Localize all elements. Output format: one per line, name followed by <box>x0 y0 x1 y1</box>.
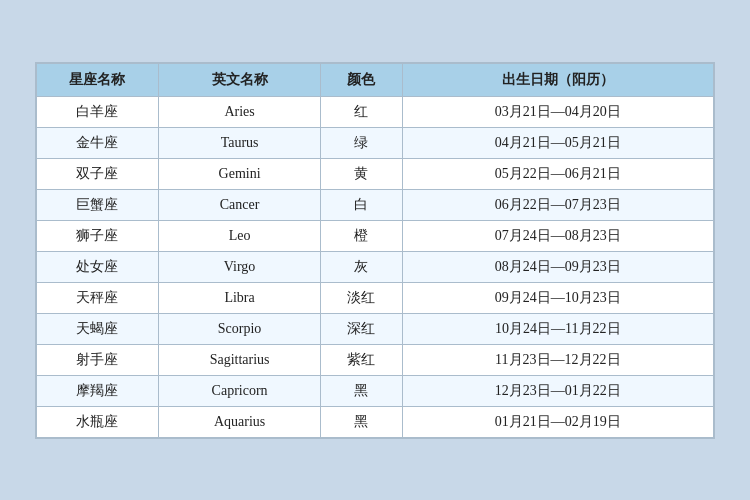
cell-english: Scorpio <box>158 313 320 344</box>
table-row: 白羊座Aries红03月21日—04月20日 <box>37 96 714 127</box>
cell-date: 06月22日—07月23日 <box>402 189 713 220</box>
cell-color: 橙 <box>321 220 402 251</box>
cell-english: Libra <box>158 282 320 313</box>
cell-date: 01月21日—02月19日 <box>402 406 713 437</box>
header-date: 出生日期（阳历） <box>402 63 713 96</box>
cell-date: 10月24日—11月22日 <box>402 313 713 344</box>
cell-date: 11月23日—12月22日 <box>402 344 713 375</box>
cell-color: 深红 <box>321 313 402 344</box>
cell-color: 白 <box>321 189 402 220</box>
cell-color: 黑 <box>321 375 402 406</box>
cell-chinese: 巨蟹座 <box>37 189 159 220</box>
table-row: 狮子座Leo橙07月24日—08月23日 <box>37 220 714 251</box>
cell-chinese: 白羊座 <box>37 96 159 127</box>
table-row: 双子座Gemini黄05月22日—06月21日 <box>37 158 714 189</box>
cell-color: 紫红 <box>321 344 402 375</box>
cell-chinese: 天蝎座 <box>37 313 159 344</box>
header-english: 英文名称 <box>158 63 320 96</box>
table-row: 处女座Virgo灰08月24日—09月23日 <box>37 251 714 282</box>
cell-date: 09月24日—10月23日 <box>402 282 713 313</box>
cell-english: Aries <box>158 96 320 127</box>
cell-chinese: 天秤座 <box>37 282 159 313</box>
cell-color: 黑 <box>321 406 402 437</box>
cell-chinese: 双子座 <box>37 158 159 189</box>
table-row: 天秤座Libra淡红09月24日—10月23日 <box>37 282 714 313</box>
cell-color: 黄 <box>321 158 402 189</box>
cell-chinese: 射手座 <box>37 344 159 375</box>
header-color: 颜色 <box>321 63 402 96</box>
table-row: 摩羯座Capricorn黑12月23日—01月22日 <box>37 375 714 406</box>
table-header-row: 星座名称 英文名称 颜色 出生日期（阳历） <box>37 63 714 96</box>
cell-chinese: 狮子座 <box>37 220 159 251</box>
table-row: 天蝎座Scorpio深红10月24日—11月22日 <box>37 313 714 344</box>
cell-chinese: 摩羯座 <box>37 375 159 406</box>
table-row: 巨蟹座Cancer白06月22日—07月23日 <box>37 189 714 220</box>
cell-date: 08月24日—09月23日 <box>402 251 713 282</box>
cell-english: Aquarius <box>158 406 320 437</box>
cell-color: 绿 <box>321 127 402 158</box>
cell-english: Taurus <box>158 127 320 158</box>
cell-date: 05月22日—06月21日 <box>402 158 713 189</box>
table-row: 金牛座Taurus绿04月21日—05月21日 <box>37 127 714 158</box>
table-row: 射手座Sagittarius紫红11月23日—12月22日 <box>37 344 714 375</box>
table-body: 白羊座Aries红03月21日—04月20日金牛座Taurus绿04月21日—0… <box>37 96 714 437</box>
cell-color: 灰 <box>321 251 402 282</box>
zodiac-table-container: 星座名称 英文名称 颜色 出生日期（阳历） 白羊座Aries红03月21日—04… <box>35 62 715 439</box>
cell-english: Leo <box>158 220 320 251</box>
cell-date: 07月24日—08月23日 <box>402 220 713 251</box>
cell-date: 03月21日—04月20日 <box>402 96 713 127</box>
cell-color: 红 <box>321 96 402 127</box>
cell-english: Gemini <box>158 158 320 189</box>
cell-english: Capricorn <box>158 375 320 406</box>
cell-date: 04月21日—05月21日 <box>402 127 713 158</box>
cell-english: Virgo <box>158 251 320 282</box>
cell-date: 12月23日—01月22日 <box>402 375 713 406</box>
cell-color: 淡红 <box>321 282 402 313</box>
cell-chinese: 水瓶座 <box>37 406 159 437</box>
cell-chinese: 金牛座 <box>37 127 159 158</box>
cell-chinese: 处女座 <box>37 251 159 282</box>
table-row: 水瓶座Aquarius黑01月21日—02月19日 <box>37 406 714 437</box>
cell-english: Cancer <box>158 189 320 220</box>
header-chinese: 星座名称 <box>37 63 159 96</box>
zodiac-table: 星座名称 英文名称 颜色 出生日期（阳历） 白羊座Aries红03月21日—04… <box>36 63 714 438</box>
cell-english: Sagittarius <box>158 344 320 375</box>
